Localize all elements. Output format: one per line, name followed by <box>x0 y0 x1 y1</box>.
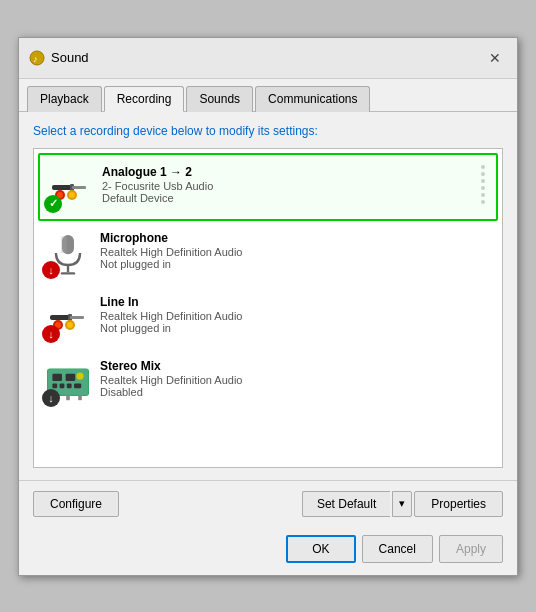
dot <box>481 200 485 204</box>
ok-button[interactable]: OK <box>286 535 355 563</box>
close-button[interactable]: ✕ <box>483 46 507 70</box>
tab-content: Select a recording device below to modif… <box>19 112 517 480</box>
device-name-stereomix: Stereo Mix <box>100 359 492 373</box>
properties-button[interactable]: Properties <box>414 491 503 517</box>
down-red-icon-mic: ↓ <box>42 261 60 279</box>
svg-rect-23 <box>66 373 76 380</box>
svg-rect-24 <box>52 383 57 388</box>
device-icon-stereomix: ↓ <box>44 357 92 405</box>
device-icon-linein: ↓ <box>44 293 92 341</box>
svg-rect-25 <box>60 383 65 388</box>
window-title: Sound <box>51 50 89 65</box>
set-default-button[interactable]: Set Default <box>302 491 390 517</box>
svg-rect-13 <box>50 315 70 320</box>
device-status-linein: Not plugged in <box>100 322 492 334</box>
tab-sounds[interactable]: Sounds <box>186 86 253 112</box>
sound-dialog: ♪ Sound ✕ Playback Recording Sounds Comm… <box>18 37 518 576</box>
scrollbar-dots <box>481 165 485 204</box>
svg-rect-26 <box>67 383 72 388</box>
device-status-stereomix: Disabled <box>100 386 492 398</box>
svg-text:♪: ♪ <box>33 54 38 64</box>
dot <box>481 172 485 176</box>
set-default-dropdown-button[interactable]: ▾ <box>392 491 412 517</box>
svg-rect-10 <box>61 236 67 253</box>
svg-rect-11 <box>67 265 69 272</box>
bottom-bar: Configure Set Default ▾ Properties <box>19 480 517 527</box>
svg-point-19 <box>67 322 73 328</box>
device-name-microphone: Microphone <box>100 231 492 245</box>
device-sub-stereomix: Realtek High Definition Audio <box>100 374 492 386</box>
title-bar: ♪ Sound ✕ <box>19 38 517 79</box>
down-dark-icon-stereomix: ↓ <box>42 389 60 407</box>
apply-button[interactable]: Apply <box>439 535 503 563</box>
device-info-microphone: Microphone Realtek High Definition Audio… <box>100 229 492 270</box>
prompt-text: Select a recording device below to modif… <box>33 124 503 138</box>
svg-point-8 <box>69 192 75 198</box>
tab-playback[interactable]: Playback <box>27 86 102 112</box>
scrollbar <box>476 163 490 206</box>
device-name-analogue: Analogue 1 → 2 <box>102 165 476 179</box>
device-sub-linein: Realtek High Definition Audio <box>100 310 492 322</box>
device-item-analogue[interactable]: ✓ Analogue 1 → 2 2- Focusrite Usb Audio … <box>38 153 498 221</box>
dot <box>481 165 485 169</box>
device-status-microphone: Not plugged in <box>100 258 492 270</box>
device-icon-microphone: ↓ <box>44 229 92 277</box>
device-item-linein[interactable]: ↓ Line In Realtek High Definition Audio … <box>38 285 498 349</box>
set-default-group: Set Default ▾ Properties <box>302 491 503 517</box>
tab-recording[interactable]: Recording <box>104 86 185 112</box>
device-sub-analogue: 2- Focusrite Usb Audio <box>102 180 476 192</box>
dot <box>481 186 485 190</box>
svg-rect-2 <box>52 185 72 190</box>
cancel-button[interactable]: Cancel <box>362 535 433 563</box>
svg-rect-12 <box>61 272 75 274</box>
device-name-linein: Line In <box>100 295 492 309</box>
dot <box>481 193 485 197</box>
device-icon-analogue: ✓ <box>46 163 94 211</box>
device-status-analogue: Default Device <box>102 192 476 204</box>
device-list[interactable]: ✓ Analogue 1 → 2 2- Focusrite Usb Audio … <box>33 148 503 468</box>
down-red-icon-linein: ↓ <box>42 325 60 343</box>
svg-rect-4 <box>72 186 86 189</box>
svg-rect-27 <box>74 383 81 388</box>
device-info-stereomix: Stereo Mix Realtek High Definition Audio… <box>100 357 492 398</box>
svg-point-28 <box>76 372 83 379</box>
device-sub-microphone: Realtek High Definition Audio <box>100 246 492 258</box>
title-bar-left: ♪ Sound <box>29 50 89 66</box>
device-item-microphone[interactable]: ↓ Microphone Realtek High Definition Aud… <box>38 221 498 285</box>
device-info-linein: Line In Realtek High Definition Audio No… <box>100 293 492 334</box>
check-icon: ✓ <box>44 195 62 213</box>
dot <box>481 179 485 183</box>
configure-button[interactable]: Configure <box>33 491 119 517</box>
svg-rect-15 <box>70 316 84 319</box>
device-item-stereomix[interactable]: ↓ Stereo Mix Realtek High Definition Aud… <box>38 349 498 413</box>
sound-icon: ♪ <box>29 50 45 66</box>
tab-bar: Playback Recording Sounds Communications <box>19 79 517 112</box>
actions-bar: OK Cancel Apply <box>19 527 517 575</box>
tab-communications[interactable]: Communications <box>255 86 370 112</box>
device-info-analogue: Analogue 1 → 2 2- Focusrite Usb Audio De… <box>102 163 476 204</box>
svg-rect-22 <box>52 373 62 380</box>
